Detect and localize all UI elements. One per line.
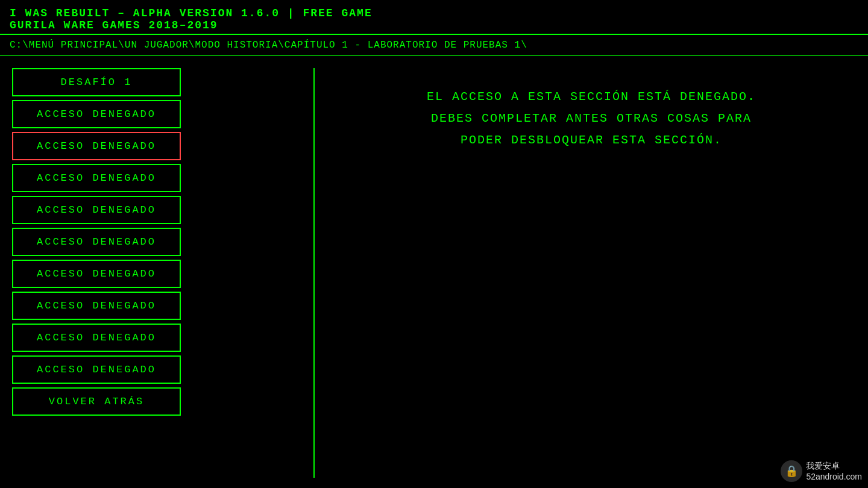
locked-button-7[interactable]: ACCESO DENEGADO <box>12 292 181 320</box>
watermark-icon: 🔒 <box>781 460 802 482</box>
right-panel: EL ACCESO A ESTA SECCIÓN ESTÁ DENEGADO.D… <box>315 62 868 484</box>
locked-button-9[interactable]: ACCESO DENEGADO <box>12 355 181 384</box>
left-panel: DESAFÍO 1ACCESO DENEGADOACCESO DENEGADOA… <box>0 62 313 484</box>
locked-button-5[interactable]: ACCESO DENEGADO <box>12 228 181 256</box>
main-content: DESAFÍO 1ACCESO DENEGADOACCESO DENEGADOA… <box>0 56 868 484</box>
screen: I WAS REBUILT – ALPHA VERSION 1.6.0 | FR… <box>0 0 868 488</box>
locked-button-1[interactable]: ACCESO DENEGADO <box>12 100 181 128</box>
back-button[interactable]: VOLVER ATRÁS <box>12 387 181 416</box>
locked-button-2[interactable]: ACCESO DENEGADO <box>12 132 181 160</box>
watermark-text: 我爱安卓52android.com <box>806 461 862 481</box>
locked-button-6[interactable]: ACCESO DENEGADO <box>12 260 181 288</box>
header-line1: I WAS REBUILT – ALPHA VERSION 1.6.0 | FR… <box>10 7 858 19</box>
locked-button-4[interactable]: ACCESO DENEGADO <box>12 196 181 224</box>
header-line2: GURILA WARE GAMES 2018–2019 <box>10 19 858 31</box>
info-message: EL ACCESO A ESTA SECCIÓN ESTÁ DENEGADO.D… <box>339 86 844 151</box>
locked-button-8[interactable]: ACCESO DENEGADO <box>12 324 181 352</box>
watermark: 🔒 我爱安卓52android.com <box>781 460 862 482</box>
header: I WAS REBUILT – ALPHA VERSION 1.6.0 | FR… <box>0 0 868 35</box>
challenge-1-button[interactable]: DESAFÍO 1 <box>12 68 181 96</box>
breadcrumb: C:\MENÚ PRINCIPAL\UN JUGADOR\MODO HISTOR… <box>0 35 868 56</box>
locked-button-3[interactable]: ACCESO DENEGADO <box>12 164 181 192</box>
